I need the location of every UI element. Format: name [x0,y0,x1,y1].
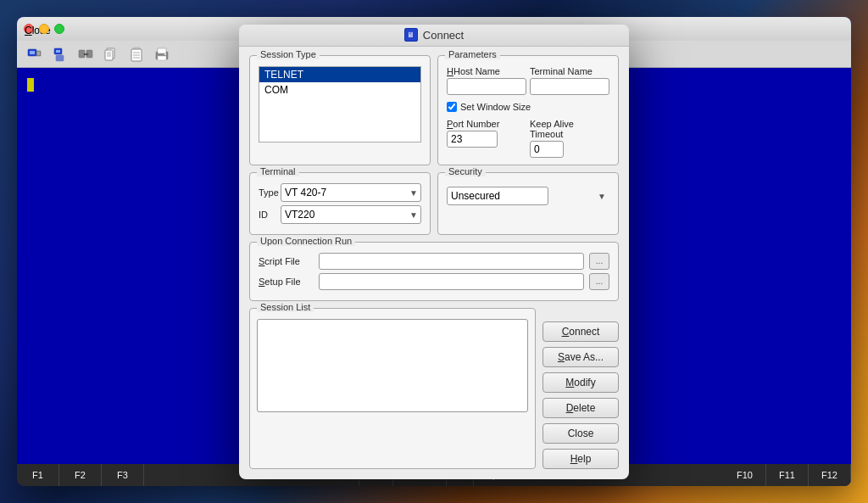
terminal-section-label: Terminal [257,166,299,176]
run-fields: Script File ... Setup File ... [259,253,609,290]
terminal-name-group: Terminal Name [530,66,609,95]
host-name-label: HHost Name [447,66,526,76]
setup-browse-button[interactable]: ... [589,273,609,290]
session-item-telnet[interactable]: TELNET [259,67,420,82]
svg-rect-6 [56,55,64,61]
port-row: Port Number Keep Alive Timeout [447,119,609,158]
set-window-size-label: Set Window Size [460,102,531,112]
svg-rect-1 [30,51,35,54]
security-section: Security Unsecured SSL TLS ▼ [437,172,619,235]
port-number-group: Port Number [447,119,526,158]
dialog-body: Session Type TELNET COM Parameters HHost… [239,47,629,479]
terminal-fields: Type VT 420-7 VT 220 VT 100 ANSI ▼ [259,183,421,224]
close-button[interactable]: Close [24,24,34,34]
dialog-title-text: Connect [423,29,464,42]
fkey-f1[interactable]: F1 [17,464,59,486]
dialog-buttons: Connect Save As... Modify Delete Close H… [542,308,619,469]
dialog-app-icon: 🖥 [404,28,418,42]
svg-rect-22 [158,56,166,60]
print-icon[interactable] [153,45,171,64]
security-content: Unsecured SSL TLS ▼ [447,187,609,205]
fkey-f2[interactable]: F2 [59,464,102,486]
session-type-listbox[interactable]: TELNET COM [259,66,421,143]
paste-icon[interactable] [127,45,146,64]
port-number-input[interactable] [447,131,498,148]
session-list-section: Session List Connect Save As... Modify D… [249,308,619,469]
fkey-f11[interactable]: F11 [766,464,809,486]
maximize-button[interactable] [54,24,64,34]
save-as-button[interactable]: Save As... [542,347,619,367]
set-window-size-checkbox[interactable] [447,102,457,112]
security-select-wrapper: Unsecured SSL TLS ▼ [447,187,609,205]
setup-file-row: Setup File ... [259,273,609,290]
session-type-section: Session Type TELNET COM [249,55,431,165]
type-select-wrapper: VT 420-7 VT 220 VT 100 ANSI ▼ [281,183,421,202]
svg-point-23 [164,53,166,55]
copy-icon[interactable] [102,45,120,64]
host-name-group: HHost Name [447,66,526,95]
script-file-row: Script File ... [259,253,609,270]
set-window-size-row: Set Window Size [447,102,609,112]
port-number-label: Port Number [447,119,526,129]
delete-button[interactable]: Delete [542,398,619,418]
help-button[interactable]: Help [542,449,619,469]
script-file-label: Script File [259,256,314,266]
session-listbox[interactable] [257,319,528,412]
terminal-cursor [27,78,34,92]
security-select-arrow: ▼ [598,191,606,200]
terminal-section: Terminal Type VT 420-7 VT 220 VT 100 ANS… [249,172,431,235]
id-label: ID [259,210,275,220]
keep-alive-label: Keep Alive Timeout [530,119,609,139]
svg-rect-21 [158,48,166,53]
terminal-id-row: ID VT220 VT100 ANSI ▼ [259,205,421,224]
parameters-section: Parameters HHost Name Terminal Name Set … [437,55,619,165]
terminal-id-select[interactable]: VT220 VT100 ANSI [281,205,421,224]
dialog-title-row: 🖥 Connect [404,28,464,42]
run-section: Upon Connection Run Script File ... Setu… [249,242,619,301]
setup-file-input[interactable] [319,273,584,290]
params-grid: HHost Name Terminal Name Set Window Size… [447,66,609,158]
dialog-titlebar: 🖥 Connect [239,25,629,47]
id-select-wrapper: VT220 VT100 ANSI ▼ [281,205,421,224]
script-file-input[interactable] [319,253,584,270]
modify-button[interactable]: Modify [542,372,619,393]
security-select[interactable]: Unsecured SSL TLS [447,187,548,205]
terminal-name-input[interactable] [530,78,609,95]
terminal-name-label: Terminal Name [530,66,609,76]
setup-file-label: Setup File [259,277,314,287]
script-browse-button[interactable]: ... [589,253,609,270]
svg-rect-7 [79,50,85,58]
terminal-type-row: Type VT 420-7 VT 220 VT 100 ANSI ▼ [259,183,421,202]
run-section-label: Upon Connection Run [257,236,355,246]
parameters-label: Parameters [445,49,500,59]
svg-rect-3 [37,52,40,55]
svg-rect-11 [105,50,113,60]
session-type-label: Session Type [257,49,320,59]
connect-dialog[interactable]: 🖥 Connect Session Type TELNET COM Parame… [239,25,629,479]
fkey-f10[interactable]: F10 [724,464,766,486]
host-name-input[interactable] [447,78,526,95]
type-label: Type [259,187,275,198]
security-label: Security [445,166,486,176]
transfer-icon[interactable] [76,45,95,64]
session-list-content: Session List [249,308,536,469]
minimize-button[interactable] [39,24,49,34]
new-session-icon[interactable] [51,45,70,64]
fkey-f12[interactable]: F12 [809,464,851,486]
terminal-type-select[interactable]: VT 420-7 VT 220 VT 100 ANSI [281,183,421,202]
session-item-com[interactable]: COM [259,82,420,98]
keep-alive-group: Keep Alive Timeout [530,119,609,158]
svg-rect-5 [56,50,60,53]
connect-button[interactable]: Connect [542,321,619,342]
keep-alive-input[interactable] [530,141,564,158]
session-list-label: Session List [257,302,314,312]
close-button[interactable]: Close [542,423,619,444]
fkey-f3[interactable]: F3 [102,464,144,486]
connect-icon[interactable] [25,45,44,64]
